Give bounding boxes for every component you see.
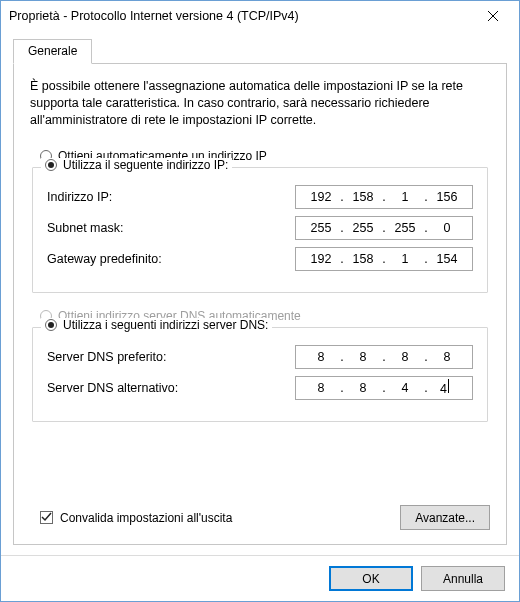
window-frame: Proprietà - Protocollo Internet versione… xyxy=(0,0,520,602)
ok-button[interactable]: OK xyxy=(329,566,413,591)
footer: OK Annulla xyxy=(1,555,519,601)
checkbox-icon xyxy=(40,511,53,524)
tab-general[interactable]: Generale xyxy=(13,39,92,64)
label-dns-alternate: Server DNS alternativo: xyxy=(47,381,285,395)
radio-icon xyxy=(45,319,57,331)
fieldset-dns: Utilizza i seguenti indirizzi server DNS… xyxy=(32,327,488,422)
window-title: Proprietà - Protocollo Internet versione… xyxy=(9,9,475,23)
row-subnet: Subnet mask: 255. 255. 255. 0 xyxy=(47,216,473,240)
text-cursor xyxy=(448,379,449,393)
description-text: È possibile ottenere l'assegnazione auto… xyxy=(30,78,490,129)
bottom-row: Convalida impostazioni all'uscita Avanza… xyxy=(30,499,490,530)
close-button[interactable] xyxy=(475,4,511,28)
label-gateway: Gateway predefinito: xyxy=(47,252,285,266)
content-area: Generale È possibile ottenere l'assegnaz… xyxy=(1,31,519,555)
row-gateway: Gateway predefinito: 192. 158. 1. 154 xyxy=(47,247,473,271)
input-gateway[interactable]: 192. 158. 1. 154 xyxy=(295,247,473,271)
radio-dns-manual-label: Utilizza i seguenti indirizzi server DNS… xyxy=(63,318,268,332)
radio-ip-manual-row[interactable]: Utilizza il seguente indirizzo IP: xyxy=(41,158,232,172)
input-ip-address[interactable]: 192. 158. 1. 156 xyxy=(295,185,473,209)
label-subnet: Subnet mask: xyxy=(47,221,285,235)
radio-ip-manual-label: Utilizza il seguente indirizzo IP: xyxy=(63,158,228,172)
titlebar[interactable]: Proprietà - Protocollo Internet versione… xyxy=(1,1,519,31)
input-dns-preferred[interactable]: 8. 8. 8. 8 xyxy=(295,345,473,369)
tabstrip: Generale xyxy=(13,39,507,64)
row-dns-preferred: Server DNS preferito: 8. 8. 8. 8 xyxy=(47,345,473,369)
tab-panel: È possibile ottenere l'assegnazione auto… xyxy=(13,64,507,545)
row-dns-alternate: Server DNS alternativo: 8. 8. 4. 4 xyxy=(47,376,473,400)
input-dns-alternate[interactable]: 8. 8. 4. 4 xyxy=(295,376,473,400)
label-dns-preferred: Server DNS preferito: xyxy=(47,350,285,364)
radio-icon xyxy=(45,159,57,171)
advanced-button[interactable]: Avanzate... xyxy=(400,505,490,530)
row-ip-address: Indirizzo IP: 192. 158. 1. 156 xyxy=(47,185,473,209)
radio-dns-manual-row[interactable]: Utilizza i seguenti indirizzi server DNS… xyxy=(41,318,272,332)
close-icon xyxy=(488,11,498,21)
checkbox-validate-row[interactable]: Convalida impostazioni all'uscita xyxy=(30,505,232,525)
input-subnet[interactable]: 255. 255. 255. 0 xyxy=(295,216,473,240)
cancel-button[interactable]: Annulla xyxy=(421,566,505,591)
advanced-row: Avanzate... xyxy=(400,505,490,530)
label-ip-address: Indirizzo IP: xyxy=(47,190,285,204)
checkbox-validate-label: Convalida impostazioni all'uscita xyxy=(60,511,232,525)
fieldset-ip: Utilizza il seguente indirizzo IP: Indir… xyxy=(32,167,488,293)
